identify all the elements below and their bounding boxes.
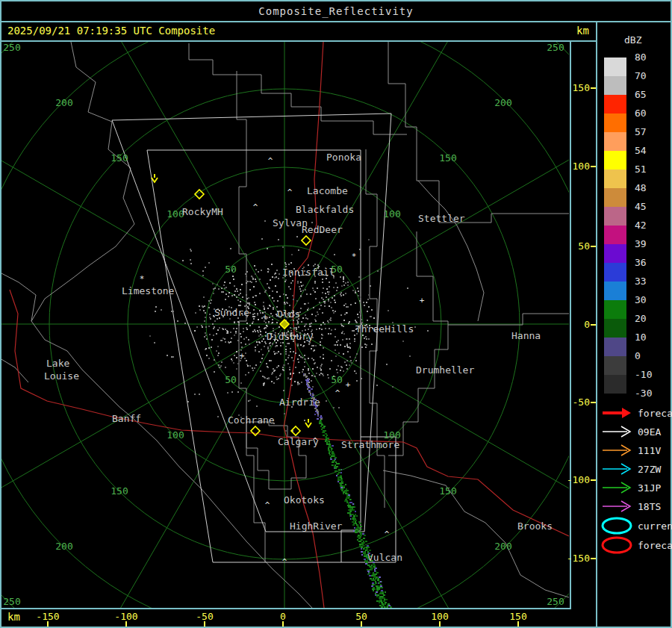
x-axis-tick-mark (439, 621, 441, 627)
azimuth-radial (290, 42, 569, 321)
boundary-topright (388, 42, 569, 223)
legend-label: current (638, 520, 672, 532)
range-ring-label: 150 (111, 152, 128, 164)
city-label-brooks: Brooks (517, 520, 553, 532)
plus-marker-icon: + (346, 380, 351, 390)
city-label-airdrie: Airdrie (279, 397, 320, 408)
dbz-scale-tick-label: 36 (635, 257, 647, 268)
legend-ellipse-icon (600, 517, 633, 535)
dbz-scale-swatch (604, 263, 626, 282)
y-axis-tick-label: 150 (573, 82, 590, 93)
radar-site-icon (302, 236, 311, 245)
x-axis-tick-label: -50 (196, 611, 213, 622)
x-axis: km -150-100-50050100150 (0, 609, 596, 627)
wind-arrow-icon (305, 419, 311, 427)
dbz-scale-swatch (604, 151, 626, 170)
legend-arrow-icon (600, 497, 633, 515)
dbz-scale-tick-label: 80 (635, 52, 647, 63)
city-label-lake: Lake (46, 358, 69, 369)
dbz-scale-tick-label: 51 (635, 164, 647, 175)
legend-item-09EA: 09EA (600, 423, 661, 441)
dbz-scale-tick-label: 60 (635, 108, 647, 119)
city-label-cochrane: Cochrane (228, 414, 275, 426)
range-ring-label: 200 (55, 541, 72, 552)
city-label-rockymh: RockyMH (182, 206, 223, 217)
dbz-scale-swatch (604, 170, 626, 188)
dbz-scale-swatch (604, 282, 626, 300)
boundary-east (388, 231, 448, 456)
range-ring-label: 100 (383, 208, 400, 220)
dbz-scale-swatch (604, 76, 626, 95)
wind-arrow-icon (152, 174, 158, 182)
x-axis-tick-label: 100 (431, 611, 448, 622)
city-label-innisfail: Innisfail (282, 267, 335, 278)
legend-arrow-icon (600, 460, 633, 478)
precipitation-band (303, 373, 392, 608)
city-label-sundre: Sundre (214, 307, 249, 318)
x-axis-tick-mark (125, 621, 127, 627)
city-label-blackfalds: Blackfalds (296, 204, 354, 215)
city-label-okotoks: Okotoks (284, 494, 325, 506)
dbz-scale-tick-label: 42 (635, 220, 647, 231)
legend-arrow-icon (600, 404, 633, 422)
radar-app-window: { "title": "Composite_Reflectivity", "he… (0, 0, 672, 628)
dbz-scale-swatch (604, 57, 626, 76)
plus-marker-icon: + (263, 312, 268, 322)
range-ring-label: 250 (547, 596, 564, 607)
y-axis: 150100500-50-100-150 (571, 42, 596, 608)
x-axis-tick-mark (204, 621, 205, 627)
dbz-scale-swatch (604, 375, 626, 394)
y-axis-tick-mark (591, 324, 596, 326)
dbz-scale-swatch (604, 132, 626, 151)
caret-marker-icon: ^ (265, 500, 270, 510)
side-panel: dBZ 807065605754514845423936333020100-10… (597, 22, 672, 627)
scale-unit-label: dBZ (624, 34, 641, 46)
y-axis-tick-label: -100 (567, 474, 590, 485)
dbz-scale-swatch (604, 226, 626, 244)
caret-marker-icon: ^ (385, 529, 390, 539)
boundary-bow-river (383, 470, 569, 597)
range-ring-label: 200 (55, 97, 72, 108)
range-ring-label: 150 (439, 152, 456, 164)
caret-marker-icon: ^ (335, 388, 340, 398)
city-label-threehills: ThreeHills (355, 323, 414, 335)
dbz-scale-tick-label: 10 (635, 332, 647, 343)
legend-label: forecast (638, 408, 672, 419)
city-label-hanna: Hanna (511, 330, 541, 341)
legend-item-forecast: forecast (600, 404, 672, 422)
range-ring-label: 50 (225, 264, 237, 275)
y-axis-tick-label: 100 (573, 161, 590, 172)
radar-map-canvas[interactable]: 5050505010010010010015015015015020020020… (1, 42, 569, 608)
azimuth-radial (1, 327, 279, 608)
range-ring-label: 250 (547, 42, 564, 53)
boundary-lakelouise (1, 273, 36, 382)
city-label-banff: Banff (112, 413, 141, 424)
caret-marker-icon: ^ (287, 187, 293, 197)
legend-item-18TS: 18TS (600, 497, 661, 515)
y-axis-tick-mark (591, 246, 596, 247)
city-label-strathmore: Strathmore (341, 439, 399, 450)
y-axis-tick-mark (591, 87, 596, 89)
legend-item-27ZW: 27ZW (600, 460, 661, 478)
y-axis-tick-mark (591, 166, 596, 167)
y-axis-tick-label: 0 (584, 319, 590, 330)
legend-item-111V: 111V (600, 441, 661, 459)
x-axis-tick-mark (282, 621, 284, 627)
dbz-scale-swatch (604, 356, 626, 375)
legend-label: forecast (638, 540, 672, 551)
city-label-stettler: Stettler (418, 213, 465, 224)
range-ring-label: 200 (494, 541, 511, 552)
y-axis-tick-mark (591, 402, 596, 403)
legend-arrow-icon (600, 423, 633, 441)
dbz-scale-tick-label: 45 (635, 201, 647, 212)
dbz-scale-swatch (604, 95, 626, 114)
range-ring-label: 150 (111, 485, 128, 497)
window-title: Composite_Reflectivity (258, 5, 413, 17)
dbz-scale-swatch (604, 114, 626, 132)
dbz-scale-tick-label: 54 (635, 145, 647, 156)
caret-marker-icon: ^ (268, 156, 273, 166)
legend-label: 18TS (638, 501, 661, 512)
city-label-highriver: HighRiver (290, 520, 343, 532)
asterisk-marker-icon: * (352, 252, 357, 261)
dbz-scale-swatch (604, 244, 626, 263)
